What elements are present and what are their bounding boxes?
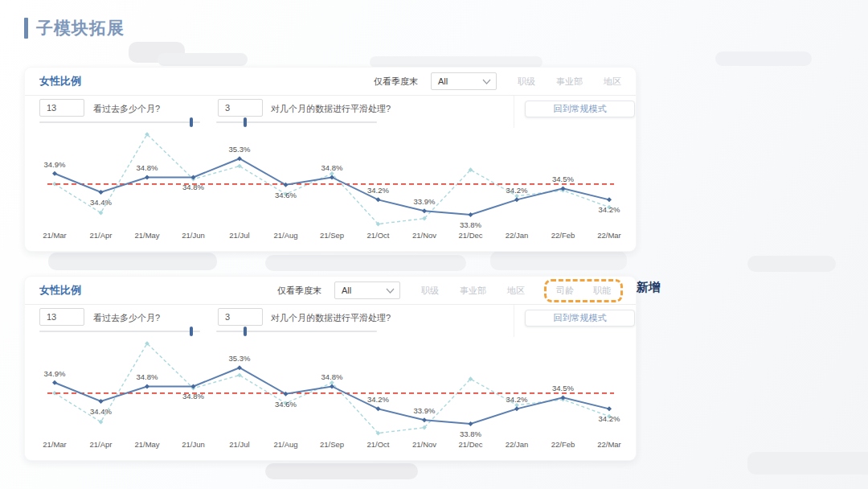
x-axis-label: 22/Jan [506,231,529,240]
x-axis-label: 21/Jun [182,231,205,240]
smoothed-data-point [145,175,149,179]
female-ratio-panel-extended: 女性比例 仅看季度末 All 职级 事业部 地区 司龄 职能 看过去多少个月? … [24,276,637,461]
tab-region[interactable]: 地区 [507,285,525,297]
panel-header: 女性比例 仅看季度末 All 职级 事业部 地区 司龄 职能 [25,277,636,305]
data-label: 34.4% [90,198,112,207]
lookback-months-input[interactable] [39,99,84,117]
x-axis-label: 22/Mar [597,440,621,449]
background-shape [265,255,466,271]
lookback-months-input[interactable] [39,308,84,326]
x-axis-label: 21/May [134,231,159,240]
lookback-months-label: 看过去多少个月? [93,103,160,115]
dropdown-value: All [438,76,448,86]
divider [514,96,514,128]
data-label: 34.8% [137,372,158,381]
smoothing-months-label: 对几个月的数据进行平滑处理? [271,312,391,324]
x-axis-label: 21/Dec [458,231,482,240]
filter-row: 看过去多少个月? 对几个月的数据进行平滑处理? 回到常规模式 [25,96,636,128]
data-label: 34.8% [321,372,343,381]
data-label: 34.8% [321,163,343,172]
data-label: 35.3% [229,145,251,154]
smoothing-slider[interactable] [216,331,377,332]
tab-rank[interactable]: 职级 [518,76,535,88]
data-label: 34.2% [506,395,528,404]
trend-chart: 34.9%34.4%34.8%34.8%35.3%34.6%34.8%34.2%… [25,333,636,455]
data-label: 34.5% [552,175,574,183]
smoothing-months-input[interactable] [218,308,263,326]
quarter-end-label: 仅看季度末 [277,285,321,297]
x-axis-label: 21/Mar [43,440,67,449]
chevron-down-icon [386,288,395,294]
x-axis-label: 21/Mar [43,231,67,240]
background-shape [370,56,542,68]
chevron-down-icon [482,79,491,84]
quarter-filter-dropdown[interactable]: All [431,72,497,90]
lookback-months-label: 看过去多少个月? [93,312,160,324]
panel-header: 女性比例 仅看季度末 All 职级 事业部 地区 [25,68,636,96]
background-shape [747,452,868,475]
quarter-filter-dropdown[interactable]: All [334,281,400,299]
smoothed-data-point [422,417,427,422]
x-axis-label: 21/Aug [273,440,297,449]
panel-title: 女性比例 [39,283,81,298]
data-label: 34.2% [599,414,620,423]
lookback-slider[interactable] [39,331,200,332]
smoothed-data-point [99,190,104,195]
divider [514,305,514,337]
x-axis-label: 21/Aug [273,231,297,240]
dropdown-value: All [342,286,351,295]
x-axis-label: 22/Feb [551,440,575,449]
back-to-normal-mode-button[interactable]: 回到常规模式 [525,101,635,117]
smoothed-data-point [52,171,57,176]
x-axis-label: 21/Nov [412,231,436,240]
data-label: 34.8% [182,392,204,401]
x-axis-label: 22/Jan [506,440,529,449]
tab-rank[interactable]: 职级 [421,285,439,297]
lookback-slider[interactable] [39,121,200,123]
data-label: 34.2% [599,205,620,214]
data-label: 34.9% [44,160,66,169]
female-ratio-panel-original: 女性比例 仅看季度末 All 职级 事业部 地区 看过去多少个月? 对几个月的数… [24,67,637,252]
panel-title: 女性比例 [39,74,81,88]
header-filters: 仅看季度末 All 职级 事业部 地区 司龄 职能 [277,281,621,299]
x-axis-label: 21/May [134,440,159,449]
trend-chart: 34.9%34.4%34.8%34.8%35.3%34.6%34.8%34.2%… [25,124,636,246]
smoothed-data-point [514,406,519,411]
tab-region[interactable]: 地区 [604,76,621,88]
x-axis-label: 21/Apr [90,440,113,449]
data-label: 35.3% [229,354,251,363]
background-shape [715,51,812,66]
tab-function[interactable]: 职能 [593,285,611,297]
page-title-text: 子模块拓展 [36,17,125,39]
x-axis-label: 21/Jul [229,440,249,449]
header-filters: 仅看季度末 All 职级 事业部 地区 [374,72,621,90]
tab-division[interactable]: 事业部 [556,76,583,88]
smoothing-slider[interactable] [216,121,377,123]
data-label: 34.9% [44,369,66,378]
data-label: 34.6% [275,191,297,199]
data-label: 34.8% [137,163,158,172]
new-tabs-highlight-box: 司龄 职能 [544,279,623,302]
page-title: 子模块拓展 [24,17,125,39]
data-label: 34.6% [275,400,297,409]
background-shape [158,53,248,66]
data-label: 34.5% [552,384,574,392]
data-label: 33.8% [460,429,481,438]
x-axis-label: 21/Sep [320,231,344,240]
data-label: 34.2% [506,186,528,195]
filter-row: 看过去多少个月? 对几个月的数据进行平滑处理? 回到常规模式 [25,305,636,337]
title-accent-bar [24,18,28,39]
background-shape [265,463,418,479]
tab-division[interactable]: 事业部 [460,285,486,297]
smoothed-data-point [514,197,519,202]
tab-tenure[interactable]: 司龄 [556,285,574,297]
background-shape [747,256,836,272]
back-to-normal-mode-button[interactable]: 回到常规模式 [525,310,635,327]
smoothing-months-label: 对几个月的数据进行平滑处理? [271,103,391,115]
data-label: 33.9% [414,197,436,206]
x-axis-label: 22/Feb [551,231,575,240]
smoothing-months-input[interactable] [218,99,263,117]
quarter-end-label: 仅看季度末 [374,76,418,88]
smoothed-data-point [99,399,104,404]
data-label: 34.8% [182,183,204,191]
